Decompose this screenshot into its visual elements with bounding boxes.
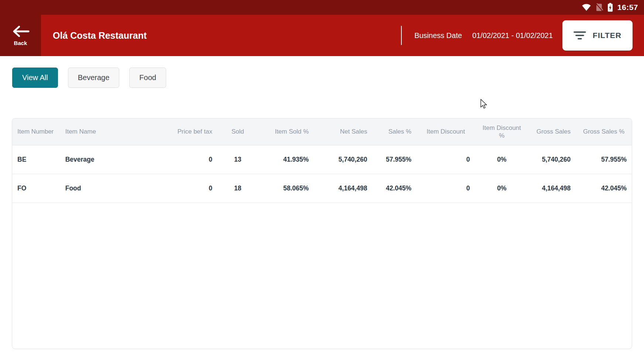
cell-gross-sales-pct: 57.955% (576, 145, 632, 174)
app-bar: Olá Costa Restaurant Business Date 01/02… (41, 15, 644, 56)
cell-item-discount-pct: 0% (475, 145, 528, 174)
header-divider (401, 26, 402, 45)
back-arrow-icon (11, 25, 30, 38)
column-header-item-discount-pct: Item Discount % (475, 118, 528, 145)
filter-button[interactable]: FILTER (562, 20, 633, 51)
filter-label: FILTER (593, 31, 621, 40)
cell-item-sold-pct: 41.935% (258, 145, 314, 174)
sim-disabled-icon (596, 3, 603, 11)
category-chips-row: View AllBeverageFood (12, 68, 166, 88)
column-header-sales-pct: Sales % (372, 118, 417, 145)
cell-gross-sales: 4,164,498 (528, 174, 576, 203)
chip-food[interactable]: Food (129, 68, 166, 88)
cell-sold: 18 (217, 174, 258, 203)
column-header-net-sales: Net Sales (314, 118, 372, 145)
cell-item-sold-pct: 58.065% (258, 174, 314, 203)
cell-price-bef-tax: 0 (162, 174, 217, 203)
column-header-item-name: Item Name (60, 118, 162, 145)
status-time: 16:57 (617, 3, 638, 12)
column-header-price-bef-tax: Price bef tax (162, 118, 217, 145)
cell-net-sales: 5,740,260 (314, 145, 372, 174)
cell-item-discount: 0 (417, 174, 475, 203)
cell-gross-sales-pct: 42.045% (576, 174, 632, 203)
business-date-label: Business Date (414, 31, 462, 40)
cell-price-bef-tax: 0 (162, 145, 217, 174)
cell-sold: 13 (217, 145, 258, 174)
cell-item-number: FO (12, 174, 60, 203)
wifi-icon (582, 4, 591, 11)
back-button[interactable]: Back (0, 15, 41, 56)
app-bar-right: Business Date 01/02/2021 - 01/02/2021 FI… (401, 20, 644, 51)
cell-sales-pct: 57.955% (372, 145, 417, 174)
chip-view-all[interactable]: View All (12, 68, 58, 88)
column-header-item-number: Item Number (12, 118, 60, 145)
cell-gross-sales: 5,740,260 (528, 145, 576, 174)
item-sales-table: Item NumberItem NamePrice bef taxSoldIte… (12, 118, 632, 203)
column-header-sold: Sold (217, 118, 258, 145)
table-row[interactable]: FOFood01858.065%4,164,49842.045%00%4,164… (12, 174, 632, 203)
page-title: Olá Costa Restaurant (53, 30, 147, 41)
table-header-row: Item NumberItem NamePrice bef taxSoldIte… (12, 118, 632, 145)
column-header-gross-sales: Gross Sales (528, 118, 576, 145)
cell-sales-pct: 42.045% (372, 174, 417, 203)
cell-item-name: Food (60, 174, 162, 203)
status-bar: 16:57 (0, 0, 644, 15)
cell-item-number: BE (12, 145, 60, 174)
top-region: 16:57 Back Olá Costa Restaurant Business… (0, 0, 644, 56)
column-header-item-discount: Item Discount (417, 118, 475, 145)
report-table-card: Item NumberItem NamePrice bef taxSoldIte… (12, 118, 632, 349)
filter-icon (573, 31, 586, 40)
cell-net-sales: 4,164,498 (314, 174, 372, 203)
column-header-gross-sales-pct: Gross Sales % (576, 118, 632, 145)
table-row[interactable]: BEBeverage01341.935%5,740,26057.955%00%5… (12, 145, 632, 174)
battery-charging-icon (607, 3, 613, 12)
cell-item-discount: 0 (417, 145, 475, 174)
cell-item-name: Beverage (60, 145, 162, 174)
business-date-value: 01/02/2021 - 01/02/2021 (472, 31, 553, 40)
mouse-cursor (479, 99, 488, 109)
cell-item-discount-pct: 0% (475, 174, 528, 203)
column-header-item-sold-pct: Item Sold % (258, 118, 314, 145)
chip-beverage[interactable]: Beverage (68, 68, 120, 88)
back-label: Back (14, 40, 27, 46)
